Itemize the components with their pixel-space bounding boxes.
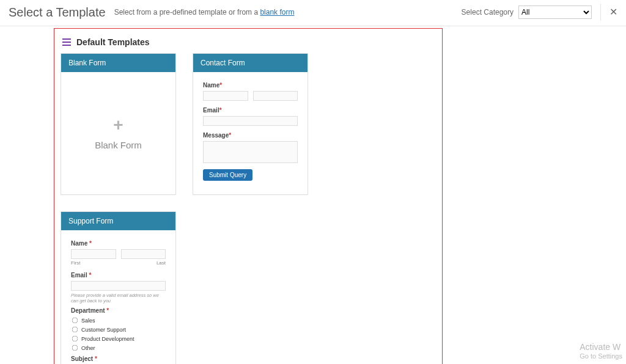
template-card-contact[interactable]: Contact Form Name* Email* Message*	[193, 53, 308, 195]
section-default-header: Default Templates	[62, 37, 436, 47]
dept-product-dev	[72, 336, 78, 342]
activate-windows-watermark: Activate W Go to Settings	[580, 342, 622, 360]
dept-sales	[72, 318, 78, 324]
support-first-name	[71, 249, 116, 259]
contact-last-name	[253, 91, 298, 101]
divider	[600, 4, 601, 21]
blank-form-link[interactable]: blank form	[260, 8, 294, 16]
close-icon[interactable]: ✕	[609, 7, 617, 17]
support-email	[71, 281, 166, 291]
dept-customer-support	[72, 327, 78, 333]
dept-other	[72, 345, 78, 351]
contact-submit-button: Submit Query	[203, 169, 252, 181]
contact-first-name	[203, 91, 248, 101]
contact-message	[203, 141, 298, 163]
template-card-support[interactable]: Support Form Name * First Last Email *	[61, 211, 176, 364]
template-gallery: Default Templates Blank Form + Blank For…	[54, 28, 443, 364]
category-label: Select Category	[462, 8, 514, 16]
card-title: Support Form	[61, 212, 175, 230]
template-card-blank[interactable]: Blank Form + Blank Form	[61, 53, 176, 195]
plus-icon: +	[113, 115, 123, 135]
category-select[interactable]: All	[518, 5, 592, 19]
contact-email	[203, 116, 298, 126]
support-last-name	[121, 249, 166, 259]
default-section-icon	[62, 37, 72, 47]
page-subtitle: Select from a pre-defined template or fr…	[114, 8, 295, 16]
page-title: Select a Template	[9, 5, 106, 20]
top-bar: Select a Template Select from a pre-defi…	[0, 0, 626, 26]
card-title: Contact Form	[193, 54, 307, 72]
card-title: Blank Form	[61, 54, 175, 72]
blank-form-label: Blank Form	[95, 140, 142, 150]
